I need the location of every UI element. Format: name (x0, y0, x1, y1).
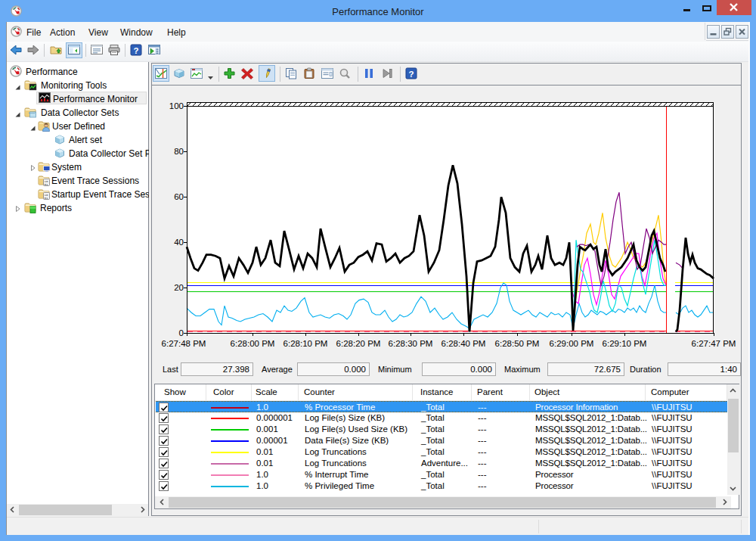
svg-text:01: 01 (45, 197, 49, 200)
svg-text:?: ? (133, 46, 138, 55)
svg-text:?: ? (408, 70, 414, 79)
svg-text:01: 01 (45, 183, 49, 186)
